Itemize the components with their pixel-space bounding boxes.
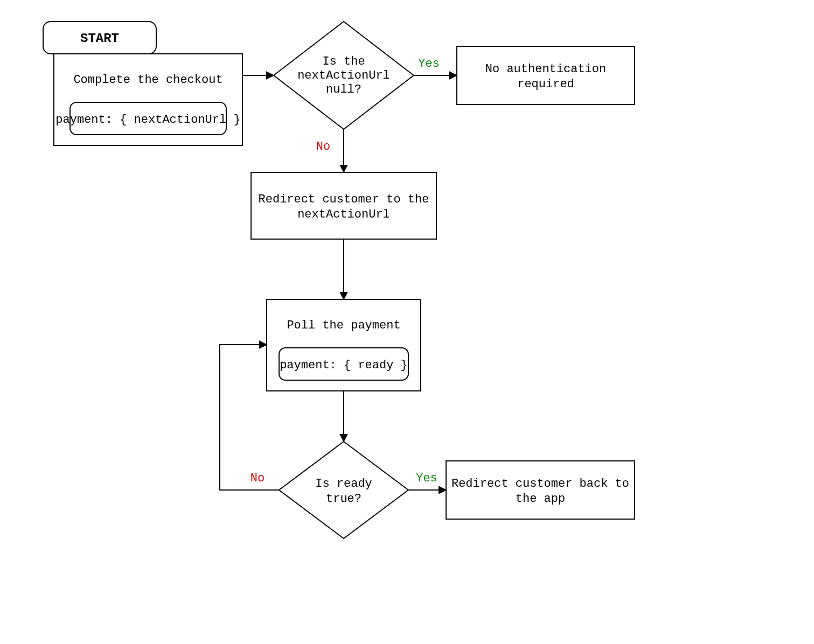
poll-payment-sub-label: payment: { ready }	[280, 359, 408, 372]
decision1-line1: Is the	[322, 55, 365, 68]
edge-decision2-yes-label: Yes	[416, 472, 437, 485]
redirect-back-node: Redirect customer back to the app	[446, 461, 635, 519]
redirect-nextactionurl-node: Redirect customer to the nextActionUrl	[251, 172, 436, 239]
decision1-line2: nextActionUrl	[297, 69, 390, 82]
redirect2-line1: Redirect customer back to	[451, 477, 629, 491]
redirect2-line2: the app	[516, 492, 565, 506]
no-auth-node: No authentication required	[457, 46, 635, 104]
redirect1-line2: nextActionUrl	[297, 208, 390, 221]
edge-decision1-yes-label: Yes	[418, 57, 440, 71]
edge-decision2-no-label: No	[251, 472, 265, 485]
complete-checkout-node: Complete the checkout payment: { nextAct…	[54, 54, 242, 145]
poll-payment-node: Poll the payment payment: { ready }	[267, 299, 421, 391]
start-label: START	[80, 31, 119, 46]
complete-checkout-label: Complete the checkout	[73, 73, 222, 87]
redirect1-line1: Redirect customer to the	[259, 193, 429, 206]
decision2-line1: Is ready	[315, 477, 372, 491]
decision2-line2: true?	[326, 492, 361, 506]
flowchart-canvas: START Complete the checkout payment: { n…	[0, 0, 814, 644]
start-node: START	[43, 22, 156, 54]
edge-decision1-no-label: No	[316, 140, 330, 153]
poll-payment-label: Poll the payment	[287, 319, 400, 332]
no-auth-line1: No authentication	[485, 62, 606, 76]
complete-checkout-sub-label: payment: { nextActionUrl }	[55, 113, 240, 127]
decision-ready-true: Is ready true?	[279, 442, 408, 538]
decision1-line3: null?	[326, 83, 361, 96]
no-auth-line2: required	[517, 78, 574, 91]
decision-nextactionurl-null: Is the nextActionUrl null?	[274, 22, 414, 129]
